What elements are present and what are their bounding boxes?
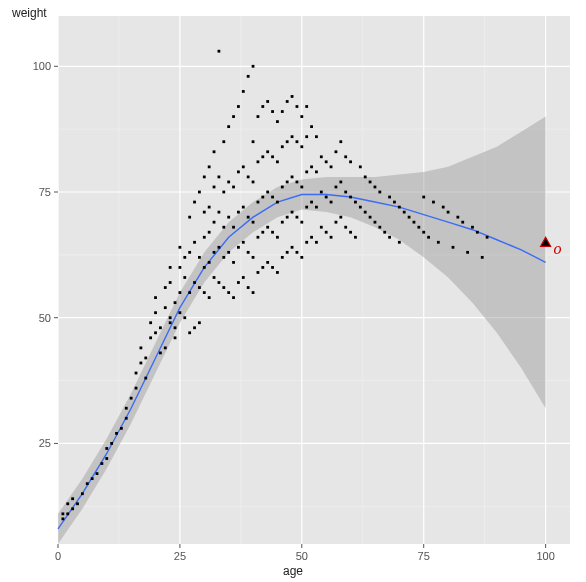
svg-rect-169 <box>286 100 289 103</box>
svg-rect-19 <box>66 512 69 515</box>
svg-rect-51 <box>164 306 167 309</box>
svg-rect-21 <box>71 507 74 510</box>
svg-rect-105 <box>227 251 230 254</box>
svg-rect-164 <box>281 110 284 113</box>
svg-rect-30 <box>105 447 108 450</box>
x-axis-title: age <box>0 564 586 578</box>
svg-rect-123 <box>242 90 245 93</box>
svg-rect-250 <box>461 221 464 224</box>
svg-rect-150 <box>271 266 274 269</box>
svg-rect-249 <box>456 216 459 219</box>
svg-rect-144 <box>261 105 264 108</box>
svg-rect-52 <box>164 286 167 289</box>
svg-rect-53 <box>169 321 172 324</box>
svg-rect-240 <box>417 226 420 229</box>
svg-rect-142 <box>261 196 264 199</box>
svg-rect-25 <box>86 482 89 485</box>
svg-rect-91 <box>213 221 216 224</box>
svg-rect-104 <box>227 291 230 294</box>
svg-rect-18 <box>61 517 64 520</box>
svg-rect-245 <box>437 241 440 244</box>
svg-rect-20 <box>66 502 69 505</box>
svg-rect-227 <box>374 221 377 224</box>
svg-rect-85 <box>208 261 211 264</box>
svg-rect-188 <box>305 135 308 138</box>
svg-rect-220 <box>354 201 357 204</box>
svg-rect-73 <box>193 241 196 244</box>
svg-rect-180 <box>300 256 303 259</box>
svg-rect-62 <box>179 266 182 269</box>
chart-svg: o <box>58 16 570 544</box>
svg-rect-71 <box>193 326 196 329</box>
svg-rect-213 <box>344 226 347 229</box>
svg-rect-89 <box>213 276 216 279</box>
svg-rect-218 <box>349 160 352 163</box>
svg-rect-83 <box>203 176 206 179</box>
svg-rect-210 <box>339 216 342 219</box>
svg-rect-215 <box>344 155 347 158</box>
svg-rect-145 <box>266 261 269 264</box>
svg-rect-203 <box>325 160 328 163</box>
svg-rect-50 <box>164 346 167 349</box>
svg-rect-39 <box>139 362 142 365</box>
svg-rect-65 <box>183 276 186 279</box>
svg-rect-27 <box>96 472 99 475</box>
svg-rect-235 <box>398 241 401 244</box>
svg-rect-201 <box>325 231 328 234</box>
svg-rect-112 <box>232 186 235 189</box>
svg-rect-22 <box>71 497 74 500</box>
svg-rect-108 <box>227 125 230 128</box>
svg-rect-113 <box>232 115 235 118</box>
svg-text:50: 50 <box>39 312 51 324</box>
svg-rect-77 <box>198 256 201 259</box>
svg-rect-246 <box>442 206 445 209</box>
svg-rect-138 <box>257 160 260 163</box>
svg-rect-244 <box>432 201 435 204</box>
svg-rect-170 <box>291 246 294 249</box>
svg-rect-63 <box>179 246 182 249</box>
svg-rect-157 <box>276 201 279 204</box>
svg-rect-185 <box>305 241 308 244</box>
svg-rect-187 <box>305 170 308 173</box>
svg-rect-54 <box>169 316 172 319</box>
svg-rect-224 <box>364 176 367 179</box>
svg-rect-181 <box>300 221 303 224</box>
svg-rect-46 <box>154 311 157 314</box>
svg-rect-81 <box>203 236 206 239</box>
svg-rect-93 <box>213 150 216 153</box>
svg-rect-175 <box>296 251 299 254</box>
svg-rect-163 <box>281 145 284 148</box>
svg-rect-128 <box>247 75 250 78</box>
scatter-points <box>61 50 488 520</box>
svg-rect-155 <box>276 271 279 274</box>
svg-rect-106 <box>227 216 230 219</box>
svg-rect-57 <box>174 336 177 339</box>
svg-rect-160 <box>281 256 284 259</box>
svg-rect-126 <box>247 216 250 219</box>
svg-rect-255 <box>486 236 489 239</box>
svg-rect-186 <box>305 206 308 209</box>
svg-rect-221 <box>359 206 362 209</box>
svg-rect-151 <box>271 231 274 234</box>
svg-rect-41 <box>144 357 147 360</box>
svg-rect-192 <box>310 165 313 168</box>
svg-rect-60 <box>179 311 182 314</box>
svg-rect-149 <box>266 100 269 103</box>
svg-rect-167 <box>286 181 289 184</box>
svg-rect-200 <box>320 155 323 158</box>
svg-text:50: 50 <box>296 550 308 562</box>
svg-rect-190 <box>310 236 313 239</box>
svg-rect-179 <box>296 105 299 108</box>
svg-rect-114 <box>237 281 240 284</box>
svg-rect-156 <box>276 236 279 239</box>
svg-rect-78 <box>198 191 201 194</box>
svg-rect-234 <box>393 201 396 204</box>
svg-rect-154 <box>271 110 274 113</box>
svg-rect-70 <box>188 216 191 219</box>
svg-text:0: 0 <box>55 550 61 562</box>
svg-rect-232 <box>388 236 391 239</box>
svg-text:75: 75 <box>39 186 51 198</box>
svg-rect-219 <box>354 236 357 239</box>
svg-rect-222 <box>359 165 362 168</box>
svg-rect-107 <box>227 181 230 184</box>
